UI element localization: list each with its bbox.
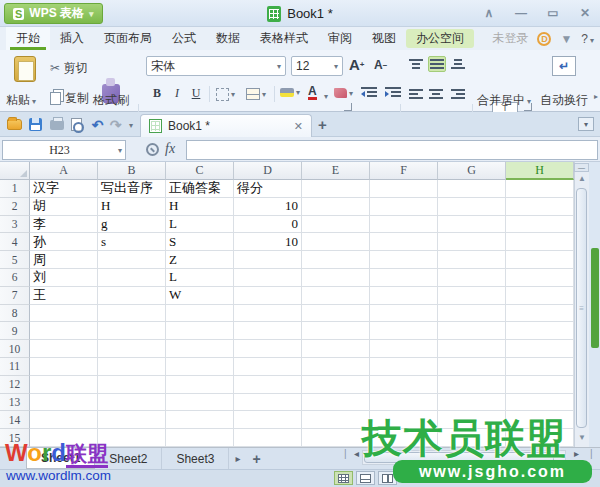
cell-H8[interactable] [506,305,574,323]
page-layout-view-button[interactable] [356,471,375,485]
sheet-tab-sheet3[interactable]: Sheet3 [162,448,229,469]
cell-B5[interactable] [98,251,166,269]
row-header-7[interactable]: 7 [0,287,30,305]
cell-F3[interactable] [370,216,438,234]
align-center-button[interactable] [428,88,444,100]
cell-D5[interactable] [234,251,302,269]
cell-H2[interactable] [506,198,574,216]
cell-D11[interactable] [234,358,302,376]
cell-C2[interactable]: H [166,198,234,216]
cell-E5[interactable] [302,251,370,269]
wps-points-icon[interactable]: D [537,32,551,46]
cell-A4[interactable]: 孙 [30,233,98,251]
login-status[interactable]: 未登录 [492,30,528,47]
cell-E2[interactable] [302,198,370,216]
cell-H11[interactable] [506,358,574,376]
new-document-tab-button[interactable]: + [318,116,327,133]
align-dialog-launcher-icon[interactable] [524,103,532,111]
row-header-2[interactable]: 2 [0,198,30,216]
cell-F10[interactable] [370,340,438,358]
font-color-button[interactable]: A [308,86,317,100]
row-header-9[interactable]: 9 [0,322,30,340]
cell-H9[interactable] [506,322,574,340]
column-header-E[interactable]: E [302,162,370,180]
menu-tab-3[interactable]: 页面布局 [94,27,162,50]
cell-H4[interactable] [506,233,574,251]
italic-button[interactable]: I [171,86,183,101]
name-box-dropdown-icon[interactable]: ▾ [118,146,122,155]
cell-B3[interactable]: g [98,216,166,234]
cell-D6[interactable] [234,269,302,287]
align-top-button[interactable] [408,58,424,70]
cell-B6[interactable] [98,269,166,287]
cell-B8[interactable] [98,305,166,323]
select-all-corner[interactable] [0,162,30,180]
cell-A6[interactable]: 刘 [30,269,98,287]
cell-F2[interactable] [370,198,438,216]
column-header-C[interactable]: C [166,162,234,180]
cell-C4[interactable]: S [166,233,234,251]
cell-A11[interactable] [30,358,98,376]
cell-C14[interactable] [166,411,234,429]
column-header-B[interactable]: B [98,162,166,180]
cell-G4[interactable] [438,233,506,251]
cell-G7[interactable] [438,287,506,305]
cell-H1[interactable] [506,180,574,198]
cell-B15[interactable] [98,429,166,447]
cell-H12[interactable] [506,376,574,394]
cell-style-button[interactable]: ▾ [246,88,266,100]
scroll-down-icon[interactable]: ▼ [576,433,588,442]
decrease-font-button[interactable]: A− [374,58,387,72]
align-right-button[interactable] [450,88,466,100]
cell-B10[interactable] [98,340,166,358]
cell-H5[interactable] [506,251,574,269]
print-preview-button[interactable] [68,116,85,133]
cell-D1[interactable]: 得分 [234,180,302,198]
cell-B4[interactable]: s [98,233,166,251]
normal-view-button[interactable] [334,471,353,485]
scroll-up-icon[interactable]: ▲ [576,174,588,183]
font-dialog-launcher-icon[interactable] [344,103,352,111]
cell-E3[interactable] [302,216,370,234]
formula-input[interactable] [186,140,598,160]
cell-D3[interactable]: 0 [234,216,302,234]
font-size-combo[interactable]: 12▾ [291,56,343,76]
help-button[interactable]: ?▾ [581,32,594,46]
row-header-11[interactable]: 11 [0,358,30,376]
cell-F6[interactable] [370,269,438,287]
cell-A13[interactable] [30,394,98,412]
hscroll-right-icon[interactable]: ▸ [568,448,585,459]
row-header-6[interactable]: 6 [0,269,30,287]
cell-G3[interactable] [438,216,506,234]
row-header-14[interactable]: 14 [0,411,30,429]
cell-E1[interactable] [302,180,370,198]
cell-F4[interactable] [370,233,438,251]
cell-A8[interactable] [30,305,98,323]
cell-B13[interactable] [98,394,166,412]
row-header-8[interactable]: 8 [0,305,30,323]
cell-F13[interactable] [370,394,438,412]
toolbar-options-icon[interactable]: ▾ [578,117,594,131]
align-bottom-button[interactable] [450,58,466,70]
next-sheet-icon[interactable]: ▸ [229,448,246,469]
cell-A12[interactable] [30,376,98,394]
row-header-3[interactable]: 3 [0,216,30,234]
cell-A5[interactable]: 周 [30,251,98,269]
column-header-A[interactable]: A [30,162,98,180]
skin-tshirt-icon[interactable]: ▼ [560,32,572,46]
cell-C9[interactable] [166,322,234,340]
cell-G8[interactable] [438,305,506,323]
cell-G13[interactable] [438,394,506,412]
menu-tab-2[interactable]: 插入 [50,27,94,50]
close-button[interactable]: ✕ [573,4,597,21]
cell-G9[interactable] [438,322,506,340]
row-header-1[interactable]: 1 [0,180,30,198]
cell-E15[interactable] [302,429,370,447]
wps-app-button[interactable]: S WPS 表格 ▾ [4,3,103,24]
cell-E11[interactable] [302,358,370,376]
cell-H7[interactable] [506,287,574,305]
row-header-4[interactable]: 4 [0,233,30,251]
cell-C11[interactable] [166,358,234,376]
ribbon-expand-icon[interactable]: ▸ [594,92,598,101]
cell-G6[interactable] [438,269,506,287]
